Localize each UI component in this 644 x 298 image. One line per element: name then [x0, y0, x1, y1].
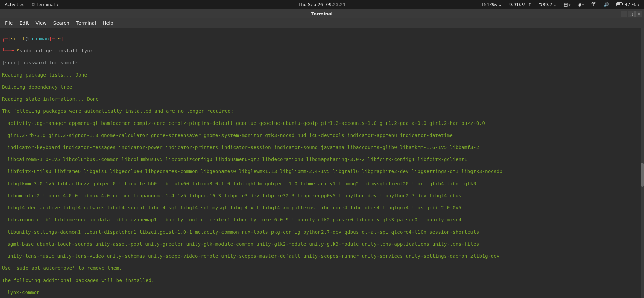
- prompt-line-1: ┌─[somil@ironman]─[~]: [2, 36, 639, 42]
- prompt-line-2: └──╼ $sudo apt-get install lynx: [2, 48, 639, 54]
- package-list-line: libfcitx-utils0 libframe6 libgeis1 libge…: [2, 168, 639, 175]
- package-list-line: libsignon-glib1 libtimezonemap-data libt…: [2, 217, 639, 223]
- menu-view[interactable]: View: [33, 19, 50, 27]
- window-titlebar: Terminal ─ ▢ ✕: [0, 9, 644, 18]
- volume-icon[interactable]: 🔊: [602, 1, 611, 8]
- terminal-scrollbar[interactable]: [641, 28, 644, 298]
- output-line: [sudo] password for somil:: [2, 60, 639, 66]
- net-stat[interactable]: ⇅89.2…: [537, 1, 559, 8]
- net-down[interactable]: 151KB/s ↓: [479, 1, 504, 8]
- menu-edit[interactable]: Edit: [16, 19, 32, 27]
- svg-rect-3: [617, 3, 620, 5]
- package-list-line: activity-log-manager appmenu-qt bamfdaem…: [2, 120, 639, 126]
- app-menu[interactable]: ⧉ Terminal ▾: [30, 1, 60, 8]
- wifi-icon[interactable]: [589, 1, 598, 8]
- output-line: Building dependency tree: [2, 84, 639, 90]
- svg-point-0: [593, 5, 594, 6]
- package-list-line: unity-lens-music unity-lens-video unity-…: [2, 253, 639, 259]
- terminal-menubar: File Edit View Search Terminal Help: [0, 18, 644, 28]
- activities-button[interactable]: Activities: [3, 1, 27, 8]
- gnome-topbar: Activities ⧉ Terminal ▾ Thu Sep 26, 09:2…: [0, 0, 644, 9]
- window-maximize-button[interactable]: ▢: [628, 11, 635, 17]
- clipboard-indicator-icon[interactable]: ▤▾: [562, 1, 572, 8]
- terminal-viewport[interactable]: ┌─[somil@ironman]─[~] └──╼ $sudo apt-get…: [0, 28, 641, 298]
- command-text: sudo apt-get install lynx: [19, 48, 93, 53]
- net-up[interactable]: 9.91KB/s ↑: [507, 1, 534, 8]
- terminal-app-icon: ⧉: [32, 2, 35, 7]
- battery-indicator[interactable]: 47 % ▾: [614, 1, 641, 8]
- package-list-line: lynx-common: [2, 289, 639, 295]
- menu-terminal[interactable]: Terminal: [73, 19, 99, 27]
- accessibility-icon[interactable]: ◉▾: [576, 1, 586, 8]
- package-list-line: libunity-settings-daemon1 liburl-dispatc…: [2, 229, 639, 235]
- app-menu-label: Terminal: [36, 2, 55, 7]
- package-list-line: sgml-base ubuntu-touch-sounds unity-asse…: [2, 241, 639, 247]
- package-list-line: libgtkmm-3.0-1v5 libharfbuzz-gobject0 li…: [2, 181, 639, 187]
- output-line: The following additional packages will b…: [2, 277, 639, 283]
- battery-percent: 47 %: [625, 2, 636, 7]
- scrollbar-thumb[interactable]: [641, 163, 644, 187]
- window-title: Terminal: [311, 11, 333, 16]
- package-list-line: libcairomm-1.0-1v5 libcolumbus1-common l…: [2, 156, 639, 162]
- menu-file[interactable]: File: [2, 19, 16, 27]
- menu-help[interactable]: Help: [100, 19, 116, 27]
- output-line: Reading package lists... Done: [2, 72, 639, 78]
- package-list-line: libnm-util2 libnux-4.0-0 libnux-4.0-comm…: [2, 193, 639, 199]
- window-minimize-button[interactable]: ─: [621, 11, 627, 17]
- svg-rect-2: [622, 3, 623, 5]
- package-list-line: libqt4-declarative libqt4-network libqt4…: [2, 205, 639, 211]
- menu-search[interactable]: Search: [50, 19, 72, 27]
- package-list-line: gir1.2-rb-3.0 gir1.2-signon-1.0 gnome-ca…: [2, 132, 639, 138]
- output-line: Reading state information... Done: [2, 96, 639, 102]
- output-line: The following packages were automaticall…: [2, 108, 639, 114]
- clock[interactable]: Thu Sep 26, 09:23:21: [298, 2, 345, 7]
- chevron-down-icon: ▾: [57, 3, 59, 7]
- chevron-down-icon: ▾: [638, 3, 639, 7]
- window-close-button[interactable]: ✕: [635, 11, 642, 17]
- package-list-line: indicator-keyboard indicator-messages in…: [2, 144, 639, 150]
- output-line: Use 'sudo apt autoremove' to remove them…: [2, 265, 639, 271]
